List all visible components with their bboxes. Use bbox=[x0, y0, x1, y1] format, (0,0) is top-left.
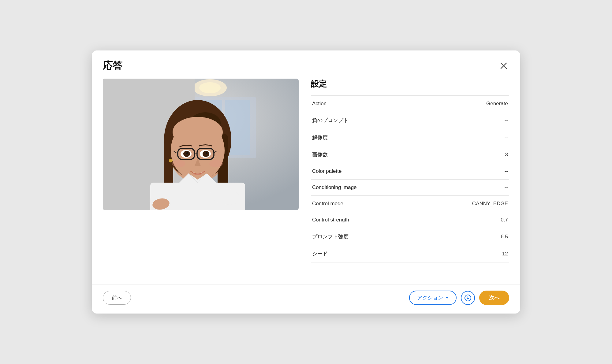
close-button[interactable] bbox=[498, 60, 509, 71]
settings-value: -- bbox=[425, 180, 509, 196]
svg-point-38 bbox=[169, 159, 173, 162]
settings-value: 0.7 bbox=[425, 212, 509, 228]
settings-value: -- bbox=[425, 163, 509, 180]
footer-right: アクション 次へ bbox=[409, 291, 509, 305]
svg-point-33 bbox=[209, 160, 223, 167]
action-button[interactable]: アクション bbox=[409, 291, 457, 305]
dialog-title: 応答 bbox=[103, 59, 122, 72]
settings-value: Generate bbox=[425, 96, 509, 112]
settings-key: シード bbox=[311, 245, 425, 262]
settings-key: 解像度 bbox=[311, 129, 425, 146]
settings-row: 画像数 3 bbox=[311, 146, 509, 163]
settings-table: Action Generate 負のプロンプト -- 解像度 -- 画像数 3 … bbox=[311, 95, 509, 262]
settings-key: Color palette bbox=[311, 163, 425, 180]
settings-row: 負のプロンプト -- bbox=[311, 112, 509, 129]
next-button[interactable]: 次へ bbox=[479, 291, 509, 305]
portrait-svg bbox=[103, 79, 299, 210]
settings-row: 解像度 -- bbox=[311, 129, 509, 146]
dropdown-arrow-icon bbox=[446, 297, 449, 299]
action-label: アクション bbox=[417, 294, 443, 301]
dialog: 応答 bbox=[92, 50, 520, 314]
settings-value: 3 bbox=[425, 146, 509, 163]
settings-value: -- bbox=[425, 129, 509, 146]
settings-key: 画像数 bbox=[311, 146, 425, 163]
settings-row: Control strength 0.7 bbox=[311, 212, 509, 228]
settings-value: CANNY_EDGE bbox=[425, 196, 509, 212]
settings-key: Action bbox=[311, 96, 425, 112]
svg-point-4 bbox=[199, 82, 221, 93]
settings-key: Control strength bbox=[311, 212, 425, 228]
main-image bbox=[103, 79, 299, 210]
settings-key: Conditioning image bbox=[311, 180, 425, 196]
settings-title: 設定 bbox=[311, 79, 509, 89]
settings-row: Action Generate bbox=[311, 96, 509, 112]
svg-point-31 bbox=[206, 152, 207, 154]
prev-button[interactable]: 前へ bbox=[103, 291, 131, 305]
download-icon bbox=[465, 295, 471, 301]
download-button[interactable] bbox=[461, 291, 475, 305]
dialog-body: 設定 Action Generate 負のプロンプト -- 解像度 -- 画像数… bbox=[92, 79, 520, 284]
settings-value: 12 bbox=[425, 245, 509, 262]
svg-point-30 bbox=[186, 152, 188, 154]
settings-row: Control mode CANNY_EDGE bbox=[311, 196, 509, 212]
image-section bbox=[103, 79, 299, 278]
svg-point-20 bbox=[173, 117, 223, 147]
settings-section: 設定 Action Generate 負のプロンプト -- 解像度 -- 画像数… bbox=[311, 79, 509, 278]
settings-key: 負のプロンプト bbox=[311, 112, 425, 129]
settings-row: Color palette -- bbox=[311, 163, 509, 180]
settings-row: プロンプト強度 6.5 bbox=[311, 228, 509, 245]
settings-row: シード 12 bbox=[311, 245, 509, 262]
settings-value: -- bbox=[425, 112, 509, 129]
dialog-header: 応答 bbox=[92, 50, 520, 79]
dialog-footer: 前へ アクション 次へ bbox=[92, 284, 520, 314]
settings-key: Control mode bbox=[311, 196, 425, 212]
settings-key: プロンプト強度 bbox=[311, 228, 425, 245]
svg-point-32 bbox=[172, 160, 185, 167]
settings-value: 6.5 bbox=[425, 228, 509, 245]
close-icon bbox=[499, 61, 508, 70]
settings-row: Conditioning image -- bbox=[311, 180, 509, 196]
